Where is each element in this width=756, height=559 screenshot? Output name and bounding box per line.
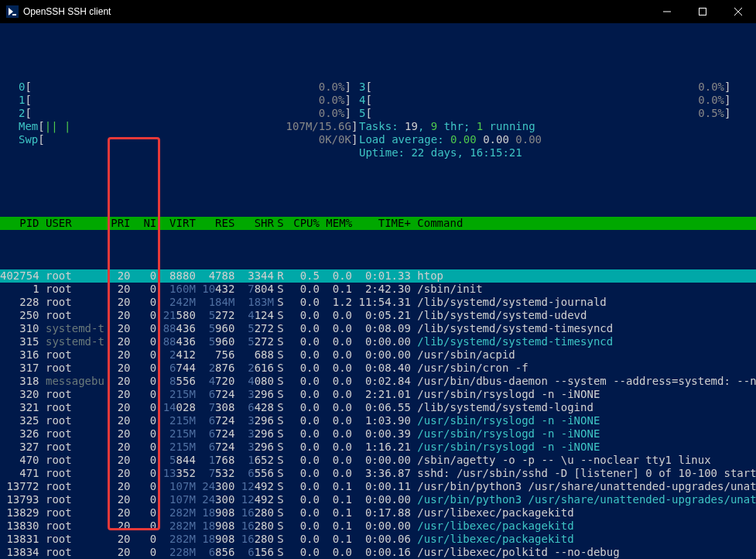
maximize-button[interactable]	[685, 0, 720, 23]
app-icon	[6, 5, 19, 18]
window-titlebar: OpenSSH SSH client	[0, 0, 756, 23]
col-pid: PID	[0, 217, 39, 230]
col-user: USER	[39, 217, 104, 230]
cpu-meter-row: 2[ 0.0%]5[ 0.5%]	[19, 107, 750, 120]
mem-meter-row: Mem[|| | 107M/15.6G]Tasks: 19, 9 thr; 1 …	[19, 120, 750, 133]
col-res: RES	[196, 217, 235, 230]
process-row[interactable]: 13834root200 228M 6856 6156S0.00.00:00.1…	[0, 546, 756, 559]
cpu-meter-row: 0[ 0.0%]3[ 0.0%]	[19, 81, 750, 94]
annotation-highlight	[108, 137, 160, 530]
col-virt: VIRT	[156, 217, 196, 230]
col-cpu: CPU%	[287, 217, 320, 230]
col-cmd: Command	[411, 217, 756, 230]
minimize-button[interactable]	[649, 0, 685, 23]
svg-rect-1	[12, 14, 16, 15]
col-mem: MEM%	[320, 217, 352, 230]
close-button[interactable]	[720, 0, 756, 23]
col-s: S	[274, 217, 287, 230]
cpu-meter-row: 1[ 0.0%]4[ 0.0%]	[19, 94, 750, 107]
svg-rect-3	[700, 9, 706, 15]
col-time: TIME+	[352, 217, 411, 230]
process-row[interactable]: 13831root200 282M 18908 16280S0.00.10:00…	[0, 533, 756, 546]
window-title: OpenSSH SSH client	[23, 5, 111, 19]
col-shr: SHR	[234, 217, 274, 230]
